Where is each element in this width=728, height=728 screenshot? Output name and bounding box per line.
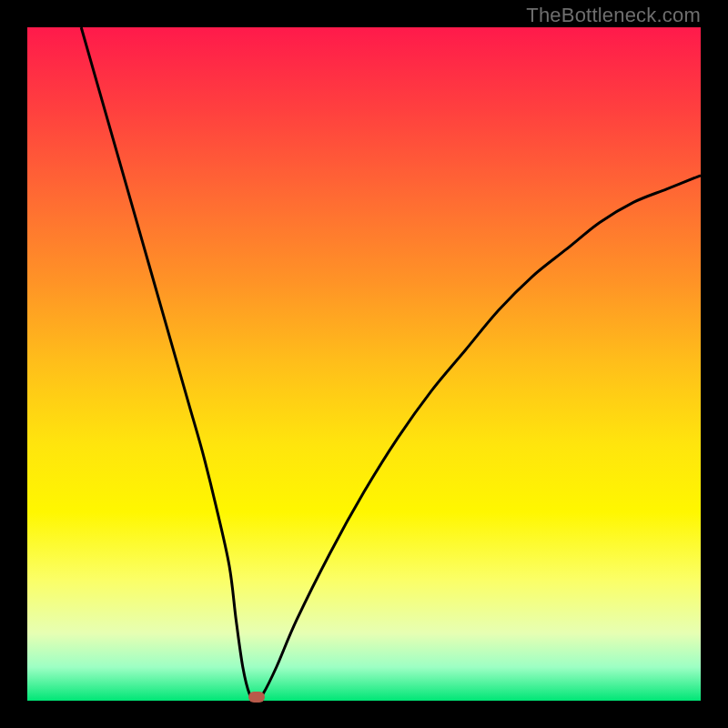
attribution-text: TheBottleneck.com: [526, 4, 701, 27]
optimal-marker: [248, 692, 265, 703]
curve-path: [81, 27, 701, 701]
bottleneck-curve: [27, 27, 701, 701]
chart-frame: TheBottleneck.com: [0, 0, 728, 728]
